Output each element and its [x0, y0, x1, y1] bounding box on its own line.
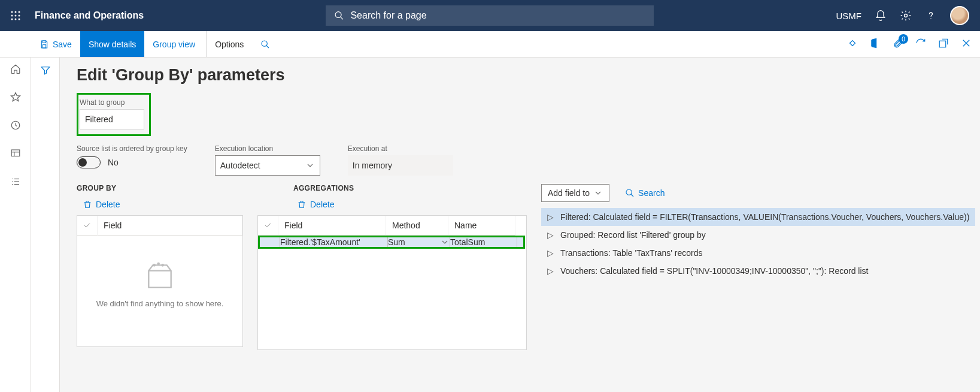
groupby-col-field[interactable]: Field [98, 216, 242, 236]
agg-col-field[interactable]: Field [278, 216, 386, 236]
svg-line-19 [266, 46, 269, 48]
recent-icon[interactable] [10, 120, 21, 132]
search-box[interactable] [326, 5, 654, 26]
office-icon[interactable] [870, 38, 881, 50]
agg-method-cell[interactable]: Sum [388, 237, 450, 247]
what-to-group-value[interactable]: Filtered [80, 109, 144, 129]
expand-icon[interactable]: ▷ [547, 212, 553, 222]
empty-message: We didn't find anything to show here. [96, 299, 224, 308]
modules-icon[interactable] [10, 176, 21, 189]
gear-icon[interactable] [900, 10, 912, 22]
svg-point-8 [19, 19, 20, 20]
svg-marker-24 [11, 93, 20, 101]
tree-item-filtered[interactable]: ▷Filtered: Calculated field = FILTER(Tra… [541, 208, 975, 226]
app-launcher-icon[interactable] [7, 7, 24, 24]
ordered-value: No [108, 158, 119, 167]
expand-icon[interactable]: ▷ [547, 248, 553, 258]
find-button[interactable] [252, 31, 278, 57]
company-code[interactable]: USMF [836, 11, 861, 21]
svg-point-2 [19, 11, 20, 13]
row-checkbox[interactable] [260, 237, 280, 247]
help-icon[interactable] [925, 10, 937, 22]
what-to-group-highlight: What to group Filtered [77, 93, 151, 136]
exec-at-value: In memory [348, 155, 453, 176]
avatar[interactable] [950, 6, 969, 25]
svg-rect-17 [43, 44, 45, 47]
svg-point-7 [15, 19, 17, 20]
svg-point-12 [930, 18, 931, 19]
search-input[interactable] [350, 10, 645, 21]
svg-point-1 [15, 11, 17, 13]
group-view-button[interactable]: Group view [144, 31, 204, 57]
checkbox-header[interactable] [258, 216, 278, 236]
svg-point-5 [19, 15, 20, 17]
close-icon[interactable] [961, 38, 972, 50]
svg-rect-21 [939, 41, 946, 47]
agg-grid: Field Method Name Filtered.'$TaxAmount' … [257, 215, 527, 350]
table-row[interactable]: Filtered.'$TaxAmount' Sum TotalSum [260, 237, 523, 247]
svg-point-0 [11, 11, 13, 13]
chevron-down-icon [440, 237, 450, 247]
groupby-delete-button[interactable]: Delete [77, 197, 243, 212]
favorite-icon[interactable] [10, 92, 21, 104]
search-container [326, 5, 654, 26]
tree-search-button[interactable]: Search [625, 188, 665, 198]
agg-col-method[interactable]: Method [386, 216, 448, 236]
map-icon[interactable] [847, 38, 858, 50]
popout-icon[interactable] [938, 38, 949, 50]
tree-item-grouped[interactable]: ▷Grouped: Record list 'Filtered' group b… [541, 226, 975, 244]
save-button[interactable]: Save [31, 31, 80, 57]
refresh-icon[interactable] [915, 38, 926, 50]
expand-icon[interactable]: ▷ [547, 266, 553, 276]
action-bar: Save Show details Group view Options [0, 31, 980, 58]
svg-point-37 [162, 264, 163, 266]
svg-line-10 [341, 17, 343, 19]
search-icon [625, 188, 635, 198]
empty-icon [143, 260, 177, 293]
svg-marker-20 [850, 41, 855, 46]
agg-field-cell[interactable]: Filtered.'$TaxAmount' [280, 237, 388, 247]
ordered-toggle[interactable] [77, 156, 101, 168]
nav-rail [0, 58, 31, 392]
svg-rect-16 [43, 41, 45, 43]
top-right: USMF [836, 6, 973, 25]
checkbox-header[interactable] [77, 216, 98, 236]
chevron-down-icon [305, 161, 315, 170]
check-icon [83, 221, 91, 230]
agg-title: AGGREGATIONS [257, 184, 527, 192]
search-icon [334, 10, 344, 21]
filter-icon[interactable] [40, 65, 51, 392]
tree-item-transactions[interactable]: ▷Transactions: Table 'TaxTrans' records [541, 244, 975, 262]
groupby-grid: Field We didn't find anything to show he… [77, 215, 243, 347]
show-details-button[interactable]: Show details [80, 31, 144, 57]
filter-rail [31, 58, 60, 392]
page-title: Edit 'Group By' parameters [77, 66, 980, 85]
svg-rect-26 [11, 150, 20, 156]
options-button[interactable]: Options [206, 31, 252, 57]
bell-icon[interactable] [875, 10, 887, 22]
agg-name-cell[interactable]: TotalSum [450, 237, 517, 247]
data-source-tree: ▷Filtered: Calculated field = FILTER(Tra… [541, 208, 975, 280]
svg-line-39 [631, 194, 633, 197]
expand-icon[interactable]: ▷ [547, 230, 553, 240]
add-field-to-button[interactable]: Add field to [541, 184, 609, 202]
trash-icon [297, 200, 307, 209]
svg-point-11 [904, 14, 907, 17]
app-title: Finance and Operations [35, 10, 144, 21]
groupby-empty: We didn't find anything to show here. [77, 236, 242, 331]
attachments-icon[interactable] [893, 38, 903, 50]
svg-point-9 [335, 12, 341, 18]
svg-point-4 [15, 15, 17, 17]
home-icon[interactable] [10, 64, 21, 76]
agg-delete-button[interactable]: Delete [291, 197, 527, 212]
exec-location-select[interactable]: Autodetect [215, 155, 320, 176]
ordered-label: Source list is ordered by group key [77, 144, 187, 153]
agg-col-name[interactable]: Name [448, 216, 515, 236]
svg-point-36 [158, 263, 159, 264]
svg-point-35 [154, 264, 155, 266]
svg-point-38 [626, 189, 632, 195]
workspace-icon[interactable] [10, 148, 21, 161]
svg-point-6 [11, 19, 13, 20]
tree-item-vouchers[interactable]: ▷Vouchers: Calculated field = SPLIT("INV… [541, 262, 975, 280]
exec-location-label: Execution location [215, 144, 320, 153]
